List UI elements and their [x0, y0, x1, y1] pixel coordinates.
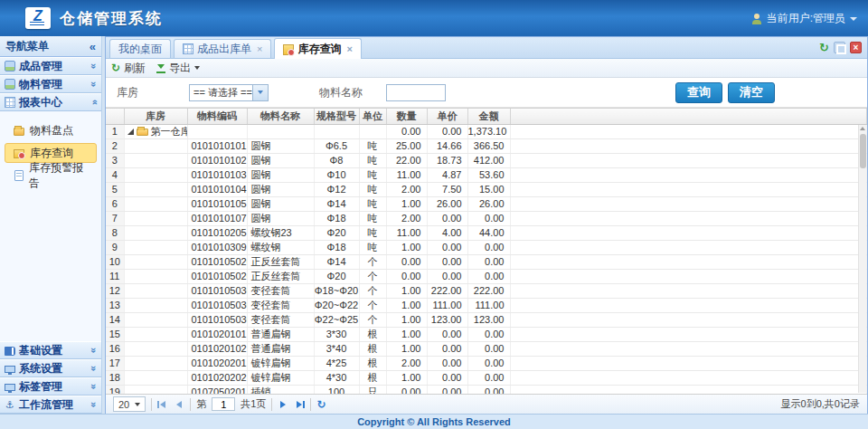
table-cell: 镀锌扁钢	[247, 356, 314, 370]
scrollbar-thumb[interactable]	[860, 134, 866, 168]
table-cell: 1.00	[386, 298, 427, 312]
table-cell	[124, 182, 187, 196]
table-cell: 个	[359, 312, 386, 327]
export-button[interactable]: 导出	[156, 61, 200, 76]
column-header[interactable]: 数量	[386, 109, 427, 124]
chevron-down-icon	[850, 17, 857, 21]
table-row[interactable]: 60101010105圆钢Φ14吨1.0026.0026.00	[106, 196, 867, 211]
sidebar-group-label-management[interactable]: 标签管理	[0, 377, 101, 396]
page-size-select[interactable]: 20	[113, 396, 146, 412]
column-header[interactable]: 物料编码	[187, 109, 247, 124]
table-row[interactable]: 13010101050302变径套筒Φ20~Φ22个1.00111.00111.…	[106, 298, 867, 312]
table-row[interactable]: 70101010107圆钢Φ18吨2.000.000.00	[106, 211, 867, 225]
main-panel: 我的桌面 成品出库单 库存查询	[105, 36, 868, 414]
sidebar-item-inventory-alert-report[interactable]: 库存预警报告	[5, 166, 97, 186]
table-cell: 螺纹钢	[247, 240, 314, 254]
material-name-label: 物料名称	[319, 85, 363, 100]
table-row[interactable]: 180101020202镀锌扁钢4*30根1.000.000.00	[106, 370, 867, 385]
table-cell	[124, 283, 187, 298]
table-row[interactable]: 170101020201镀锌扁钢4*25根2.000.000.00	[106, 356, 867, 370]
header-rownum	[106, 109, 124, 124]
clear-button[interactable]: 清空	[728, 82, 775, 103]
table-cell: 1.00	[386, 370, 427, 385]
warehouse-select[interactable]: == 请选择 ==	[189, 84, 269, 101]
table-cell	[124, 211, 187, 225]
divider	[271, 398, 272, 411]
table-cell: Φ22~Φ25	[314, 312, 359, 327]
sidebar-group-basic-settings[interactable]: 基础设置	[0, 341, 101, 359]
table-cell: 吨	[359, 225, 386, 240]
export-label: 导出	[169, 61, 191, 76]
query-button[interactable]: 查询	[675, 82, 722, 103]
table-row[interactable]: 10010101050201正反丝套筒Φ14个0.000.000.00	[106, 254, 867, 269]
sidebar-group-reports[interactable]: 报表中心	[0, 93, 101, 111]
table-group-row[interactable]: 1 第一仓库	[106, 124, 867, 138]
tab-inventory-query[interactable]: 库存查询	[274, 38, 361, 59]
maximize-icon[interactable]	[834, 42, 845, 53]
user-menu[interactable]: 当前用户:管理员	[751, 11, 857, 26]
table-cell: 25.00	[386, 138, 427, 153]
column-header[interactable]: 金额	[467, 109, 510, 124]
table-cell: 0.00	[467, 341, 510, 356]
close-tab-icon[interactable]	[257, 43, 262, 54]
table-row[interactable]: 190107050201插销100只0.000.000.00	[106, 385, 867, 394]
row-number: 14	[106, 312, 124, 327]
table-cell: 0.00	[427, 327, 467, 341]
table-row[interactable]: 150101020101普通扁钢3*30根1.000.000.00	[106, 327, 867, 341]
column-header[interactable]: 单价	[427, 109, 467, 124]
table-row[interactable]: 12010101050301变径套筒Φ18~Φ20个1.00222.00222.…	[106, 283, 867, 298]
table-cell: 1,373.10	[467, 124, 510, 138]
table-row[interactable]: 20101010101圆钢Φ6.5吨25.0014.66366.50	[106, 138, 867, 153]
tab-my-desktop[interactable]: 我的桌面	[109, 39, 171, 58]
table-cell: 11.00	[386, 167, 427, 182]
table-row[interactable]: 14010101050303变径套筒Φ22~Φ25个1.00123.00123.…	[106, 312, 867, 327]
row-number: 16	[106, 341, 124, 356]
next-page-icon[interactable]	[278, 399, 288, 410]
sidebar-group-finished-products[interactable]: 成品管理	[0, 57, 101, 75]
column-header[interactable]: 规格型号	[314, 109, 359, 124]
table-cell	[124, 225, 187, 240]
copyright-text: Copyright © All Rights Reserved	[357, 416, 511, 427]
prev-page-icon[interactable]	[174, 399, 184, 410]
warehouse-name: 第一仓库	[151, 125, 188, 138]
sidebar-group-workflow[interactable]: 工作流管理	[0, 396, 101, 414]
table-cell: 123.00	[467, 312, 510, 327]
collapse-sidebar-icon[interactable]	[90, 40, 96, 53]
vertical-scrollbar[interactable]	[858, 125, 866, 393]
sidebar-group-system-settings[interactable]: 系统设置	[0, 359, 101, 377]
table-row[interactable]: 50101010104圆钢Φ12吨2.007.5015.00	[106, 182, 867, 196]
table-cell: Φ10	[314, 167, 359, 182]
table-row[interactable]: 40101010103圆钢Φ10吨11.004.8753.60	[106, 167, 867, 182]
table-cell: 0101010101	[187, 138, 247, 153]
tab-product-outbound-order[interactable]: 成品出库单	[174, 39, 271, 58]
sidebar-group-materials[interactable]: 物料管理	[0, 75, 101, 93]
table-row[interactable]: 160101020102普通扁钢3*40根1.000.000.00	[106, 341, 867, 356]
column-header[interactable]: 物料名称	[247, 109, 314, 124]
chevron-double-down-icon	[89, 348, 99, 353]
table-cell: Φ12	[314, 182, 359, 196]
page-number-input[interactable]	[212, 397, 235, 411]
table-cell: 0101020101	[187, 327, 247, 341]
reload-grid-icon[interactable]	[316, 398, 326, 411]
refresh-panel-icon[interactable]	[819, 42, 829, 53]
table-row[interactable]: 11010101050204正反丝套筒Φ20个0.000.000.00	[106, 269, 867, 283]
close-tab-icon[interactable]	[346, 43, 352, 54]
table-row[interactable]: 30101010102圆钢Φ8吨22.0018.73412.00	[106, 153, 867, 167]
table-cell: 0101010107	[187, 211, 247, 225]
scroll-up-icon[interactable]	[860, 127, 865, 130]
table-cell: 镀锌扁钢	[247, 370, 314, 385]
sidebar-item-material-stocktake[interactable]: 物料盘点	[5, 120, 97, 140]
tree-expander-icon[interactable]	[127, 129, 134, 135]
first-page-icon[interactable]	[157, 399, 168, 410]
close-panel-icon[interactable]	[850, 42, 862, 53]
material-name-input[interactable]	[386, 84, 446, 101]
refresh-button[interactable]: 刷新	[111, 61, 146, 76]
chevron-down-icon	[194, 66, 200, 70]
table-row[interactable]: 90101010309螺纹钢Φ18吨1.000.000.00	[106, 240, 867, 254]
column-header[interactable]: 库房	[124, 109, 187, 124]
column-header[interactable]: 单位	[359, 109, 386, 124]
table-row[interactable]: 80101010205螺纹钢23Φ20吨11.004.0044.00	[106, 225, 867, 240]
table-cell: 010101050303	[187, 312, 247, 327]
app-footer: Copyright © All Rights Reserved	[0, 414, 868, 429]
last-page-icon[interactable]	[294, 399, 305, 410]
